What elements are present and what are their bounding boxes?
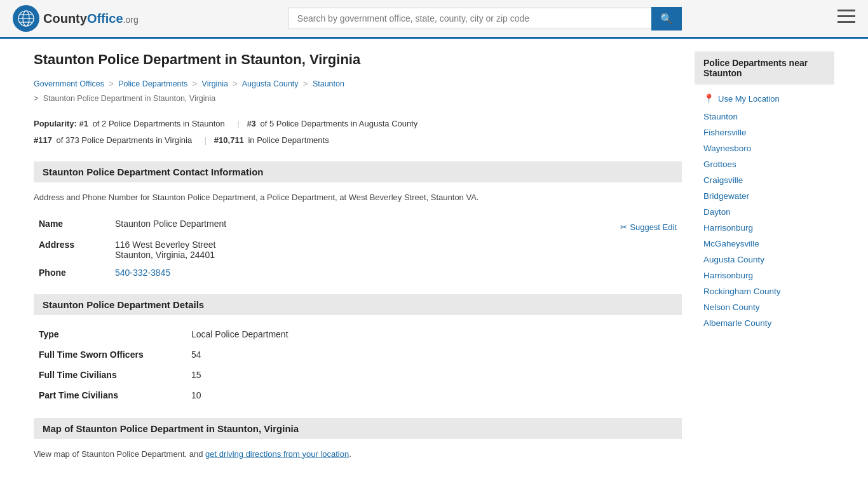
part-time-label: Part Time Civilians [34,385,186,405]
sidebar-link-mcgaheysville[interactable]: McGaheysville [703,236,825,252]
svg-rect-7 [837,15,855,17]
logo[interactable]: CountyOffice.org [13,5,139,32]
table-row: Full Time Sworn Officers 54 [34,344,682,365]
table-row: Full Time Civilians 15 [34,365,682,385]
sidebar-link-bridgewater[interactable]: Bridgewater [703,188,825,204]
sidebar-link-harrisonburg2[interactable]: Harrisonburg [703,268,825,283]
phone-value: 540-332-3845 [110,264,682,281]
page-title: Staunton Police Department in Staunton, … [34,51,682,68]
sidebar-link-harrisonburg1[interactable]: Harrisonburg [703,220,825,236]
table-row: Phone 540-332-3845 [34,264,682,281]
sidebar-location[interactable]: 📍 Use My Location [695,91,834,109]
pop-num-2: #3 [247,119,255,128]
logo-text: CountyOffice.org [43,11,139,26]
breadcrumb-link-5[interactable]: Staunton [313,79,344,88]
breadcrumb-link-2[interactable]: Police Departments [118,79,187,88]
address-value: 116 West Beverley Street Staunton, Virgi… [110,236,682,264]
sidebar: Police Departments near Staunton 📍 Use M… [695,51,834,468]
pop-num-4: #10,711 [214,135,244,145]
map-section-header: Map of Staunton Police Department in Sta… [34,418,682,439]
search-input[interactable] [288,8,651,29]
logo-icon [13,5,39,32]
edit-icon: ✂ [620,222,627,232]
sidebar-link-waynesboro[interactable]: Waynesboro [703,140,825,156]
breadcrumb-sep: > [193,79,197,88]
pop-text-1: of 2 Police Departments in Staunton [93,119,225,128]
search-bar: 🔍 [288,7,682,30]
table-row: Name Staunton Police Department ✂ Sugges… [34,215,682,236]
phone-link[interactable]: 540-332-3845 [115,268,170,278]
details-section-header: Staunton Police Department Details [34,294,682,315]
pop-num-1: #1 [79,119,88,128]
main-content: Staunton Police Department in Staunton, … [34,51,682,468]
pop-text-4: in Police Departments [248,135,329,145]
pop-text-3: of 373 Police Departments in Virginia [57,135,193,145]
breadcrumb-sep-arrow: > [34,94,38,103]
name-value: Staunton Police Department ✂ Suggest Edi… [110,215,682,236]
sworn-value: 54 [186,344,682,365]
contact-section-header: Staunton Police Department Contact Infor… [34,161,682,182]
contact-table: Name Staunton Police Department ✂ Sugges… [34,215,682,281]
breadcrumb-sep: > [109,79,113,88]
civilians-value: 15 [186,365,682,385]
sidebar-link-fishersville[interactable]: Fishersville [703,125,825,140]
breadcrumb-sep: > [233,79,238,88]
suggest-edit-link[interactable]: ✂ Suggest Edit [620,222,677,232]
site-header: CountyOffice.org 🔍 [0,0,868,39]
popularity-label: Popularity: [34,119,77,128]
breadcrumb-sep: > [303,79,308,88]
svg-rect-8 [837,21,855,23]
hamburger-menu[interactable] [837,10,855,27]
map-description: View map of Staunton Police Department, … [34,448,682,461]
breadcrumb-current: Staunton Police Department in Staunton, … [43,94,215,103]
popularity-stat1: #1 of 2 Police Departments in Staunton [79,119,227,128]
popularity-stat4: #10,711 in Police Departments [214,135,329,145]
search-icon: 🔍 [660,13,673,24]
sidebar-link-rockingham[interactable]: Rockingham County [703,283,825,299]
sidebar-title: Police Departments near Staunton [695,51,834,85]
address-label: Address [34,236,110,264]
sworn-label: Full Time Sworn Officers [34,344,186,365]
table-row: Address 116 West Beverley Street Staunto… [34,236,682,264]
popularity-section: Popularity: #1 of 2 Police Departments i… [34,116,682,149]
popularity-stat3: #117 of 373 Police Departments in Virgin… [34,135,194,145]
part-time-value: 10 [186,385,682,405]
details-table: Type Local Police Department Full Time S… [34,324,682,405]
sidebar-link-craigsville[interactable]: Craigsville [703,172,825,188]
use-my-location-link[interactable]: Use My Location [718,94,780,104]
main-container: Staunton Police Department in Staunton, … [21,39,847,480]
contact-description: Address and Phone Number for Staunton Po… [34,191,682,205]
breadcrumb-link-4[interactable]: Augusta County [242,79,299,88]
search-button[interactable]: 🔍 [651,7,682,30]
pop-num-3: #117 [34,135,52,145]
breadcrumb-link-1[interactable]: Government Offices [34,79,104,88]
breadcrumb: Government Offices > Police Departments … [34,77,682,105]
breadcrumb-link-3[interactable]: Virginia [202,79,228,88]
table-row: Type Local Police Department [34,324,682,344]
location-pin-icon: 📍 [703,93,714,104]
type-value: Local Police Department [186,324,682,344]
popularity-stat2: #3 of 5 Police Departments in Augusta Co… [247,119,417,128]
type-label: Type [34,324,186,344]
sidebar-links: Staunton Fishersville Waynesboro Grottoe… [695,109,834,331]
sidebar-link-dayton[interactable]: Dayton [703,204,825,220]
sidebar-link-augusta-county[interactable]: Augusta County [703,252,825,268]
sidebar-link-grottoes[interactable]: Grottoes [703,156,825,172]
svg-rect-6 [837,10,855,11]
phone-label: Phone [34,264,110,281]
sidebar-link-albemarle[interactable]: Albemarle County [703,315,825,331]
name-label: Name [34,215,110,236]
civilians-label: Full Time Civilians [34,365,186,385]
pop-text-2: of 5 Police Departments in Augusta Count… [260,119,417,128]
sidebar-link-nelson[interactable]: Nelson County [703,299,825,315]
driving-directions-link[interactable]: get driving directions from your locatio… [205,449,349,459]
table-row: Part Time Civilians 10 [34,385,682,405]
sidebar-link-staunton[interactable]: Staunton [703,109,825,125]
